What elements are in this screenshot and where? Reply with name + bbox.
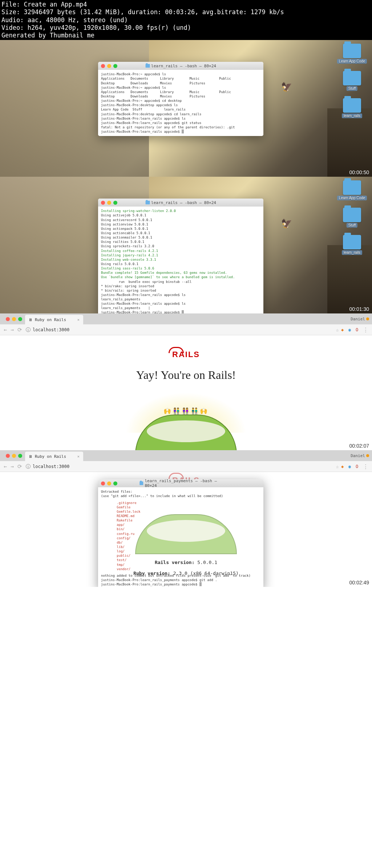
cursor-icon xyxy=(199,582,202,586)
terminal-titlebar[interactable]: learn_rails — -bash — 80×24 xyxy=(98,62,263,70)
bookmark-star-icon[interactable]: ☆ xyxy=(336,327,339,333)
folder-icon xyxy=(145,201,150,204)
term-line: justins-MacBook-Pro:~ appcode$ ls xyxy=(101,85,260,90)
desktop-folder-code[interactable]: Learn App Code xyxy=(343,180,361,195)
profile-badge[interactable]: Daniel xyxy=(351,453,369,458)
browser-tab[interactable]: 🗎Ruby on Rails× xyxy=(25,315,83,324)
browser-tab-strip: 🗎Ruby on Rails× Daniel xyxy=(0,450,372,461)
back-button[interactable]: ← xyxy=(4,463,7,470)
extension-icon[interactable]: ◆ xyxy=(341,464,346,469)
term-line: Using actionpack 5.0.0.1 xyxy=(101,227,260,231)
folder-icon xyxy=(145,64,150,68)
close-button[interactable] xyxy=(6,454,10,458)
forward-button[interactable]: → xyxy=(11,463,14,470)
reload-button[interactable]: ⟳ xyxy=(17,463,22,470)
timestamp: 00:02:49 xyxy=(349,580,369,585)
minimize-button[interactable] xyxy=(107,201,111,205)
extension-icon[interactable]: ◆ xyxy=(341,327,346,332)
close-button[interactable] xyxy=(101,201,105,205)
desktop-folder-stuff[interactable]: Stuff xyxy=(343,71,361,85)
url-input[interactable]: ilocalhost:3000 xyxy=(26,464,332,469)
fullscreen-button[interactable] xyxy=(113,201,117,205)
terminal-titlebar[interactable]: learn_rails_payments — -bash — 80×24 xyxy=(98,479,263,487)
desktop-folder-learn-rails[interactable]: learn_rails xyxy=(343,235,361,249)
rails-logo: RAILS xyxy=(172,350,200,359)
extension-icon[interactable]: ◉ xyxy=(348,464,353,469)
term-line: Desktop Downloads Movies Pictures xyxy=(101,81,260,85)
menu-icon[interactable]: ⋮ xyxy=(363,327,368,333)
fullscreen-button[interactable] xyxy=(113,64,117,68)
fullscreen-button[interactable] xyxy=(18,454,22,458)
term-line: Using activejob 5.0.0.1 xyxy=(101,213,260,217)
desktop-folder-learn-rails[interactable]: learn_rails xyxy=(343,98,361,113)
forward-button[interactable]: → xyxy=(11,327,14,333)
page-icon: 🗎 xyxy=(29,454,33,459)
close-button[interactable] xyxy=(101,64,105,68)
terminal-title: learn_rails — -bash — 80×24 xyxy=(145,64,216,68)
reload-button[interactable]: ⟳ xyxy=(17,327,22,333)
term-prompt: justins-MacBook-Pro:learn_rails appcode$ xyxy=(101,129,260,134)
url-input[interactable]: ilocalhost:3000 xyxy=(26,327,332,332)
term-line: Using rails 5.0.0.1 xyxy=(101,262,260,266)
terminal-titlebar[interactable]: learn_rails — -bash — 80×24 xyxy=(98,199,263,207)
url-text: localhost:3000 xyxy=(33,464,69,469)
term-line: justins-MacBook-Pro:learn_rails_payments… xyxy=(101,578,260,582)
timestamp: 00:02:07 xyxy=(349,443,369,449)
globe-icon xyxy=(135,514,237,554)
terminal-window-2[interactable]: learn_rails — -bash — 80×24 Installing s… xyxy=(98,199,263,313)
rails-welcome-page: RAILS Yay! You're on Rails! 🙌👫👭👬🙌 Rails … xyxy=(0,335,372,450)
browser-tab-strip: 🗎Ruby on Rails× Daniel xyxy=(0,313,372,324)
desktop-folder-code[interactable]: Learn App Code xyxy=(343,44,361,58)
menu-icon[interactable]: ⋮ xyxy=(363,463,368,470)
page-heading: Yay! You're on Rails! xyxy=(0,368,372,382)
terminal-output[interactable]: Installing spring-watcher-listen 2.0.0 U… xyxy=(98,207,263,313)
close-button[interactable] xyxy=(101,481,105,485)
opera-icon[interactable]: O xyxy=(356,327,361,332)
browser-tab[interactable]: 🗎Ruby on Rails× xyxy=(25,452,83,461)
minimize-button[interactable] xyxy=(12,454,16,458)
site-info-icon[interactable]: i xyxy=(26,464,31,469)
bird-icon: 🦅 xyxy=(281,219,292,223)
screenshot-3: 🗎Ruby on Rails× Daniel ← → ⟳ ilocalhost:… xyxy=(0,313,372,450)
term-install-line: Installing web-console 3.3.1 xyxy=(101,257,260,262)
file-line: File: Create an App.mp4 xyxy=(1,1,371,8)
rails-version-text: Rails version: 5.0.0.1 xyxy=(0,560,372,565)
term-complete-line: Bundle complete! 15 Gemfile dependencies… xyxy=(101,271,260,275)
close-tab-icon[interactable]: × xyxy=(77,454,80,459)
terminal-output[interactable]: justins-MacBook-Pro:~ appcode$ ls Applic… xyxy=(98,70,263,136)
folder-label: learn_rails xyxy=(342,113,362,118)
people-icon: 🙌👫👭👬🙌 xyxy=(163,407,209,415)
wallpaper-cliff xyxy=(327,245,372,313)
minimize-button[interactable] xyxy=(107,64,111,68)
profile-badge[interactable]: Daniel xyxy=(351,317,369,321)
rails-illustration: 🙌👫👭👬🙌 xyxy=(117,393,255,450)
bookmark-star-icon[interactable]: ☆ xyxy=(336,464,339,469)
terminal-title: learn_rails_payments — -bash — 80×24 xyxy=(140,479,222,488)
term-line: justins-MacBook-Pro:learn_rails appcode$… xyxy=(101,121,260,125)
term-line: run bundle exec spring binstub --all xyxy=(101,280,260,284)
tab-title: Ruby on Rails xyxy=(35,454,66,459)
fullscreen-button[interactable] xyxy=(18,317,22,321)
cursor-icon xyxy=(182,129,184,133)
close-tab-icon[interactable]: × xyxy=(77,317,80,322)
minimize-button[interactable] xyxy=(107,481,111,485)
screenshot-4: 🗎Ruby on Rails× Daniel ← → ⟳ ilocalhost:… xyxy=(0,450,372,587)
term-install-line: Installing jquery-rails 4.2.1 xyxy=(101,253,260,257)
fullscreen-button[interactable] xyxy=(113,481,117,485)
opera-icon[interactable]: O xyxy=(356,464,361,469)
rails-bg-info: Rails version: 5.0.0.1 Ruby version: 2.3… xyxy=(0,492,372,576)
address-bar: ← → ⟳ ilocalhost:3000 ☆ ◆ ◉ O ⋮ xyxy=(0,324,372,335)
back-button[interactable]: ← xyxy=(4,327,7,333)
term-line: justins-MacBook-Pro:desktop appcode$ cd … xyxy=(101,112,260,116)
user-avatar-icon xyxy=(366,317,369,320)
term-line: Using actionmailer 5.0.0.1 xyxy=(101,235,260,240)
terminal-window-1[interactable]: learn_rails — -bash — 80×24 justins-MacB… xyxy=(98,62,263,136)
extension-icon[interactable]: ◉ xyxy=(348,327,353,332)
minimize-button[interactable] xyxy=(12,317,16,321)
size-line: Size: 32946497 bytes (31.42 MiB), durati… xyxy=(1,8,371,16)
desktop-folder-stuff[interactable]: Stuff xyxy=(343,208,361,222)
close-button[interactable] xyxy=(6,317,10,321)
timestamp: 00:01:30 xyxy=(349,306,369,312)
site-info-icon[interactable]: i xyxy=(26,327,31,332)
audio-line: Audio: aac, 48000 Hz, stereo (und) xyxy=(1,16,371,24)
